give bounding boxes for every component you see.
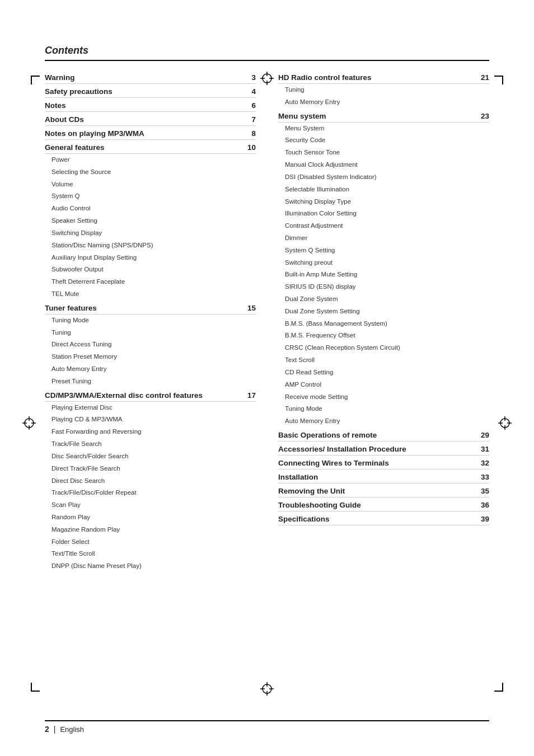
toc-sub-entry: Tuning bbox=[45, 327, 256, 339]
toc-grid: Warning3Safety precautions4Notes6About C… bbox=[45, 70, 489, 572]
toc-sub-entry: Random Play bbox=[45, 511, 256, 524]
toc-sub-entry: Dual Zone System bbox=[278, 293, 489, 306]
toc-main-entry: Warning3 bbox=[45, 72, 256, 84]
toc-main-entry: Notes6 bbox=[45, 100, 256, 112]
sub-entry-label: Switching Display Type bbox=[285, 197, 489, 207]
toc-sub-entry: Playing CD & MP3/WMA bbox=[45, 414, 256, 426]
entry-label: Notes bbox=[45, 101, 242, 110]
sub-entry-label: Security Code bbox=[285, 135, 489, 145]
toc-main-entry: Specifications39 bbox=[278, 514, 489, 525]
entry-label: Troubleshooting Guide bbox=[278, 501, 476, 509]
toc-sub-entry: B.M.S. Frequency Offset bbox=[278, 330, 489, 342]
sub-entry-label: Manual Clock Adjustment bbox=[285, 160, 489, 170]
footer-page-number: 2 bbox=[45, 725, 49, 734]
entry-label: Connecting Wires to Terminals bbox=[278, 459, 476, 467]
toc-main-entry: Installation33 bbox=[278, 472, 489, 483]
sub-entry-label: Dimmer bbox=[285, 233, 489, 243]
entry-label: Removing the Unit bbox=[278, 487, 476, 495]
entry-label: Menu system bbox=[278, 112, 476, 120]
sub-entry-label: CRSC (Clean Reception System Circuit) bbox=[285, 343, 489, 353]
toc-main-entry: Connecting Wires to Terminals32 bbox=[278, 458, 489, 469]
entry-page: 4 bbox=[242, 87, 256, 96]
toc-sub-entry: Touch Sensor Tone bbox=[278, 147, 489, 159]
sub-entry-label: Playing CD & MP3/WMA bbox=[51, 415, 256, 425]
toc-sub-entry: Tuning Mode bbox=[45, 314, 256, 327]
toc-sub-entry: Tuning bbox=[278, 84, 489, 96]
sub-entry-label: Text/Title Scroll bbox=[51, 549, 256, 559]
toc-sub-entry: Scan Play bbox=[45, 499, 256, 511]
toc-sub-entry: Manual Clock Adjustment bbox=[278, 159, 489, 171]
sub-entry-label: Switching preout bbox=[285, 258, 489, 268]
page-title: Contents bbox=[45, 45, 489, 61]
footer: 2 | English bbox=[45, 720, 489, 734]
sub-entry-label: TEL Mute bbox=[51, 289, 256, 299]
sub-entry-label: Auxiliary Input Display Setting bbox=[51, 253, 256, 263]
toc-sub-entry: Track/File Search bbox=[45, 438, 256, 450]
toc-sub-entry: Theft Deterrent Faceplate bbox=[45, 276, 256, 288]
sub-entry-label: CD Read Setting bbox=[285, 368, 489, 378]
toc-main-entry: Menu system23 bbox=[278, 111, 489, 123]
toc-sub-entry: Contrast Adjustment bbox=[278, 220, 489, 232]
corner-bracket-br bbox=[494, 683, 503, 692]
sub-entry-label: Selectable Illumination bbox=[285, 185, 489, 195]
sub-entry-label: Direct Track/File Search bbox=[51, 464, 256, 474]
sub-entry-label: Random Play bbox=[51, 513, 256, 523]
sub-entry-label: Contrast Adjustment bbox=[285, 221, 489, 231]
entry-page: 10 bbox=[242, 143, 256, 152]
toc-main-entry: General features10 bbox=[45, 142, 256, 154]
toc-sub-entry: Dimmer bbox=[278, 232, 489, 245]
sub-entry-label: Auto Memory Entry bbox=[51, 364, 256, 374]
toc-sub-entry: Power bbox=[45, 154, 256, 166]
sub-entry-label: Fast Forwarding and Reversing bbox=[51, 427, 256, 437]
entry-page: 36 bbox=[476, 501, 489, 509]
entry-label: Notes on playing MP3/WMA bbox=[45, 129, 242, 138]
toc-sub-entry: Magazine Random Play bbox=[45, 524, 256, 536]
crosshair-right bbox=[498, 416, 512, 430]
sub-entry-label: System Q bbox=[51, 191, 256, 201]
toc-sub-entry: Tuning Mode bbox=[278, 403, 489, 415]
sub-entry-label: AMP Control bbox=[285, 380, 489, 390]
sub-entry-label: Station/Disc Naming (SNPS/DNPS) bbox=[51, 241, 256, 251]
sub-entry-label: Playing External Disc bbox=[51, 403, 256, 413]
sub-entry-label: Built-in Amp Mute Setting bbox=[285, 270, 489, 280]
entry-label: CD/MP3/WMA/External disc control feature… bbox=[45, 391, 242, 400]
entry-label: About CDs bbox=[45, 115, 242, 124]
entry-label: General features bbox=[45, 143, 242, 152]
entry-page: 32 bbox=[476, 459, 489, 467]
toc-sub-entry: Menu System bbox=[278, 123, 489, 135]
sub-entry-label: Tuning Mode bbox=[285, 404, 489, 414]
entry-page: 35 bbox=[476, 487, 489, 495]
sub-entry-label: Theft Deterrent Faceplate bbox=[51, 277, 256, 287]
toc-sub-entry: Track/File/Disc/Folder Repeat bbox=[45, 487, 256, 499]
sub-entry-label: Subwoofer Output bbox=[51, 265, 256, 275]
toc-main-entry: Accessories/ Installation Procedure31 bbox=[278, 444, 489, 456]
entry-label: Tuner features bbox=[45, 304, 242, 312]
toc-sub-entry: Text/Title Scroll bbox=[45, 548, 256, 560]
sub-entry-label: Illumination Color Setting bbox=[285, 209, 489, 219]
toc-sub-entry: Auxiliary Input Display Setting bbox=[45, 252, 256, 264]
crosshair-bottom bbox=[260, 682, 274, 696]
toc-sub-entry: CRSC (Clean Reception System Circuit) bbox=[278, 342, 489, 354]
toc-sub-entry: Disc Search/Folder Search bbox=[45, 450, 256, 463]
toc-sub-entry: Switching Display Type bbox=[278, 196, 489, 208]
toc-right-column: HD Radio control features21TuningAuto Me… bbox=[278, 70, 489, 572]
entry-label: Basic Operations of remote bbox=[278, 431, 476, 439]
toc-sub-entry: Direct Access Tuning bbox=[45, 339, 256, 351]
entry-page: 33 bbox=[476, 473, 489, 481]
entry-page: 23 bbox=[476, 112, 489, 120]
entry-page: 17 bbox=[242, 391, 256, 400]
toc-sub-entry: Subwoofer Output bbox=[45, 264, 256, 276]
toc-main-entry: Basic Operations of remote29 bbox=[278, 430, 489, 442]
toc-sub-entry: CD Read Setting bbox=[278, 367, 489, 379]
sub-entry-label: Track/File Search bbox=[51, 439, 256, 449]
sub-entry-label: DNPP (Disc Name Preset Play) bbox=[51, 561, 256, 571]
toc-left-column: Warning3Safety precautions4Notes6About C… bbox=[45, 70, 256, 572]
entry-page: 7 bbox=[242, 115, 256, 124]
corner-bracket-tr bbox=[494, 76, 503, 84]
sub-entry-label: Track/File/Disc/Folder Repeat bbox=[51, 488, 256, 498]
sub-entry-label: Selecting the Source bbox=[51, 167, 256, 177]
entry-label: Specifications bbox=[278, 515, 476, 523]
toc-sub-entry: B.M.S. (Bass Management System) bbox=[278, 318, 489, 330]
sub-entry-label: B.M.S. (Bass Management System) bbox=[285, 319, 489, 329]
entry-label: Warning bbox=[45, 73, 242, 82]
